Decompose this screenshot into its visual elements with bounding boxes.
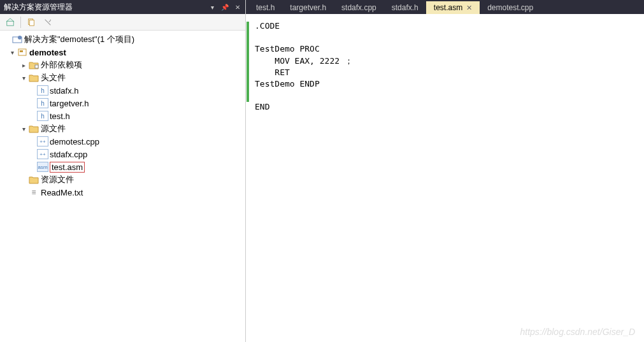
close-icon[interactable]: ✕ (234, 3, 241, 11)
file-label: stdafx.cpp (50, 150, 87, 159)
code-editor[interactable]: .CODE TestDemo PROC MOV EAX, 2222 ； RET … (250, 14, 358, 342)
solution-node[interactable]: 解决方案"demotest"(1 个项目) (0, 33, 245, 46)
chevron-down-icon[interactable]: ▾ (19, 75, 28, 82)
editor-tab[interactable]: stdafx.h (384, 1, 426, 14)
solution-icon (11, 34, 23, 45)
file-label: demotest.cpp (50, 137, 99, 146)
svg-rect-6 (20, 50, 23, 52)
sidebar-title-text: 解决方案资源管理器 (4, 2, 73, 13)
h-file-icon: h (37, 111, 48, 121)
editor-tab[interactable]: test.h (248, 1, 282, 14)
project-label: demotest (29, 48, 66, 57)
project-node[interactable]: ▾ demotest (0, 46, 245, 59)
file-label: test.asm (50, 162, 85, 173)
external-deps-node[interactable]: ▸ 外部依赖项 (0, 59, 245, 71)
chevron-down-icon[interactable]: ▾ (19, 125, 28, 132)
h-file-icon: h (37, 98, 48, 108)
resources-folder-node[interactable]: 资源文件 (0, 173, 245, 186)
svg-point-4 (18, 36, 22, 39)
solution-label: 解决方案"demotest"(1 个项目) (24, 34, 134, 45)
change-mark (247, 22, 249, 102)
external-deps-label: 外部依赖项 (41, 59, 82, 71)
resources-folder-label: 资源文件 (41, 174, 74, 185)
editor-tab[interactable]: stdafx.cpp (334, 1, 384, 14)
wrench-icon[interactable] (41, 16, 54, 29)
folder-icon (28, 124, 39, 134)
pin-icon[interactable]: 📌 (221, 3, 229, 11)
header-file-node[interactable]: h test.h (0, 110, 245, 122)
header-file-node[interactable]: h targetver.h (0, 97, 245, 110)
txt-file-icon (28, 187, 39, 197)
svg-rect-7 (35, 65, 38, 68)
sources-folder-label: 源文件 (41, 123, 66, 134)
copy-icon[interactable] (25, 16, 38, 29)
header-file-node[interactable]: h stdafx.h (0, 84, 245, 97)
source-file-node[interactable]: demotest.cpp (0, 135, 245, 148)
close-tab-icon[interactable]: ✕ (466, 4, 472, 12)
svg-rect-0 (7, 21, 14, 25)
folder-icon (28, 60, 39, 70)
cpp-file-icon (37, 136, 48, 146)
h-file-icon: h (37, 85, 48, 96)
editor-area: test.htargetver.hstdafx.cppstdafx.htest.… (246, 0, 644, 342)
project-icon (17, 47, 28, 57)
file-label: targetver.h (50, 99, 89, 108)
source-file-node-selected[interactable]: asm test.asm (0, 160, 245, 173)
folder-icon (28, 175, 39, 185)
text-file-node[interactable]: ReadMe.txt (0, 186, 245, 199)
explorer-toolbar (0, 14, 245, 31)
sources-folder-node[interactable]: ▾ 源文件 (0, 122, 245, 135)
editor-body: .CODE TestDemo PROC MOV EAX, 2222 ； RET … (246, 14, 644, 342)
chevron-right-icon[interactable]: ▸ (19, 62, 28, 69)
toolbar-separator (20, 17, 21, 28)
asm-file-icon: asm (37, 162, 48, 172)
cpp-file-icon (37, 149, 48, 159)
folder-icon (28, 73, 39, 83)
editor-tab[interactable]: targetver.h (282, 1, 334, 14)
editor-tab[interactable]: demotest.cpp (480, 1, 541, 14)
chevron-down-icon[interactable]: ▾ (8, 49, 17, 56)
svg-rect-2 (29, 20, 34, 25)
file-label: ReadMe.txt (41, 188, 83, 197)
source-file-node[interactable]: stdafx.cpp (0, 148, 245, 160)
headers-folder-label: 头文件 (41, 72, 66, 83)
file-label: stdafx.h (50, 86, 79, 96)
sidebar-title-bar: 解决方案资源管理器 ▾ 📌 ✕ (0, 0, 245, 14)
editor-tab[interactable]: test.asm✕ (426, 1, 480, 14)
headers-folder-node[interactable]: ▾ 头文件 (0, 71, 245, 84)
dropdown-icon[interactable]: ▾ (208, 3, 216, 11)
title-controls: ▾ 📌 ✕ (208, 3, 241, 11)
editor-tabs-bar: test.htargetver.hstdafx.cppstdafx.htest.… (246, 0, 644, 14)
solution-tree[interactable]: 解决方案"demotest"(1 个项目) ▾ demotest ▸ 外部依赖项… (0, 31, 245, 342)
file-label: test.h (50, 111, 70, 121)
home-icon[interactable] (4, 16, 17, 29)
solution-explorer: 解决方案资源管理器 ▾ 📌 ✕ 解决方案"demotest"(1 个项目) ▾ (0, 0, 246, 342)
